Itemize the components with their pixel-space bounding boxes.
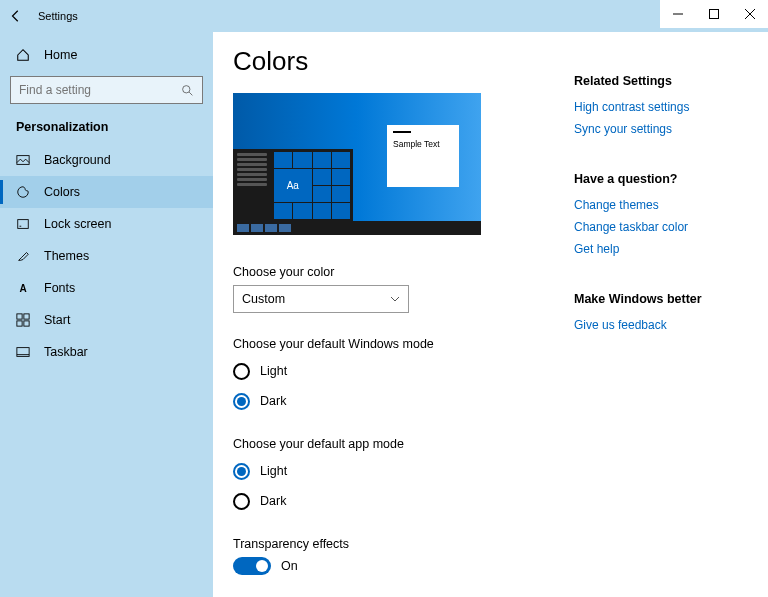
sidebar: Home Personalization Background Colors L… (0, 32, 213, 597)
svg-rect-11 (17, 321, 22, 326)
caption-buttons (660, 0, 768, 28)
content: Colors Aa Sample Text Choose (213, 32, 768, 597)
chevron-down-icon (390, 294, 400, 304)
brush-icon (16, 249, 30, 263)
svg-rect-8 (20, 226, 22, 227)
transparency-toggle[interactable] (233, 557, 271, 575)
radio-icon (233, 493, 250, 510)
better-heading: Make Windows better (574, 292, 748, 306)
link-high-contrast[interactable]: High contrast settings (574, 100, 748, 114)
close-button[interactable] (732, 0, 768, 28)
palette-icon (16, 185, 30, 199)
preview-start-menu: Aa (233, 149, 353, 221)
svg-rect-1 (710, 10, 719, 19)
windows-mode-dark[interactable]: Dark (233, 387, 574, 415)
start-icon (16, 313, 30, 327)
minimize-button[interactable] (660, 0, 696, 28)
sidebar-item-start[interactable]: Start (0, 304, 213, 336)
svg-rect-7 (18, 220, 29, 229)
search-box[interactable] (10, 76, 203, 104)
choose-color-label: Choose your color (233, 265, 574, 279)
preview-taskbar (233, 221, 481, 235)
svg-rect-10 (24, 314, 29, 319)
svg-line-5 (189, 92, 192, 95)
preview-window: Sample Text (387, 125, 459, 187)
section-heading: Personalization (0, 118, 213, 144)
question-heading: Have a question? (574, 172, 748, 186)
taskbar-icon (16, 345, 30, 359)
sidebar-item-themes[interactable]: Themes (0, 240, 213, 272)
nav-label: Colors (44, 185, 80, 199)
color-mode-select[interactable]: Custom (233, 285, 409, 313)
windows-mode-light[interactable]: Light (233, 357, 574, 385)
app-mode-light[interactable]: Light (233, 457, 574, 485)
nav-label: Lock screen (44, 217, 111, 231)
search-icon (181, 84, 194, 97)
page-title: Colors (233, 46, 574, 77)
radio-label: Light (260, 464, 287, 478)
aside-column: Related Settings High contrast settings … (574, 46, 748, 597)
transparency-group: Transparency effects On (233, 537, 574, 575)
preview-aa-tile: Aa (274, 169, 312, 202)
sidebar-item-taskbar[interactable]: Taskbar (0, 336, 213, 368)
link-change-themes[interactable]: Change themes (574, 198, 748, 212)
transparency-label: Transparency effects (233, 537, 574, 551)
picture-icon (16, 153, 30, 167)
sidebar-item-fonts[interactable]: A Fonts (0, 272, 213, 304)
related-heading: Related Settings (574, 74, 748, 88)
link-change-taskbar-color[interactable]: Change taskbar color (574, 220, 748, 234)
svg-rect-12 (24, 321, 29, 326)
radio-selected-icon (233, 463, 250, 480)
link-sync-settings[interactable]: Sync your settings (574, 122, 748, 136)
svg-rect-9 (17, 314, 22, 319)
home-button[interactable]: Home (0, 38, 213, 72)
window-title: Settings (38, 10, 78, 22)
main-column: Colors Aa Sample Text Choose (233, 46, 574, 597)
home-icon (16, 48, 30, 62)
app-mode-label: Choose your default app mode (233, 437, 574, 451)
app-mode-group: Choose your default app mode Light Dark (233, 437, 574, 515)
arrow-left-icon (9, 9, 23, 23)
transparency-state: On (281, 559, 298, 573)
nav-label: Fonts (44, 281, 75, 295)
back-button[interactable] (0, 0, 32, 32)
radio-label: Light (260, 364, 287, 378)
color-preview: Aa Sample Text (233, 93, 481, 235)
nav-label: Background (44, 153, 111, 167)
nav-label: Themes (44, 249, 89, 263)
sidebar-item-lockscreen[interactable]: Lock screen (0, 208, 213, 240)
windows-mode-group: Choose your default Windows mode Light D… (233, 337, 574, 415)
preview-sample-text: Sample Text (393, 139, 453, 149)
sidebar-item-colors[interactable]: Colors (0, 176, 213, 208)
maximize-button[interactable] (696, 0, 732, 28)
svg-point-4 (183, 85, 190, 92)
titlebar: Settings (0, 0, 768, 32)
app-mode-dark[interactable]: Dark (233, 487, 574, 515)
link-feedback[interactable]: Give us feedback (574, 318, 748, 332)
lock-icon (16, 217, 30, 231)
radio-label: Dark (260, 494, 286, 508)
windows-mode-label: Choose your default Windows mode (233, 337, 574, 351)
search-input[interactable] (19, 83, 169, 97)
nav-label: Start (44, 313, 70, 327)
radio-label: Dark (260, 394, 286, 408)
svg-rect-6 (17, 156, 29, 165)
home-label: Home (44, 48, 77, 62)
radio-icon (233, 363, 250, 380)
radio-selected-icon (233, 393, 250, 410)
link-get-help[interactable]: Get help (574, 242, 748, 256)
color-mode-value: Custom (242, 292, 285, 306)
font-icon: A (16, 281, 30, 295)
sidebar-item-background[interactable]: Background (0, 144, 213, 176)
nav-label: Taskbar (44, 345, 88, 359)
